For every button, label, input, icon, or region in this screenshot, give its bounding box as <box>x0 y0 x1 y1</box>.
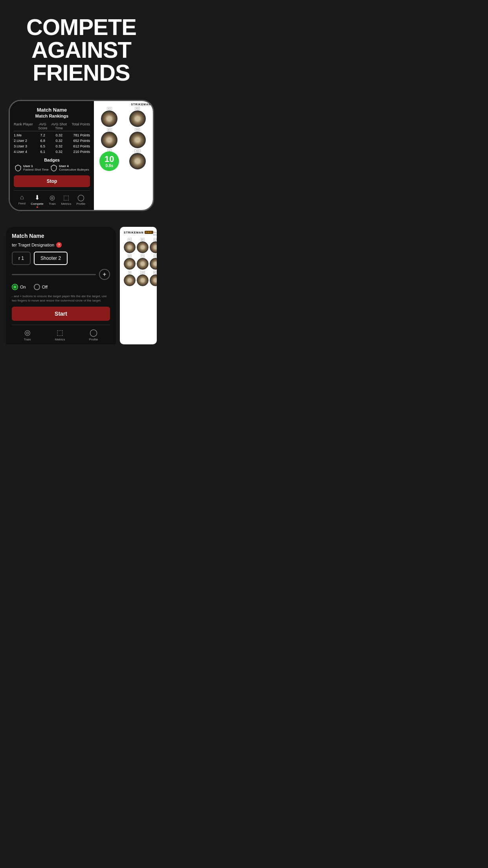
multi-target-label: Multi-target <box>153 231 157 236</box>
stop-button[interactable]: Stop <box>14 175 90 187</box>
pro-target-i9: I9 <box>124 271 136 286</box>
toggle-dot <box>13 285 17 289</box>
shot-number: 10 <box>105 155 114 164</box>
pro-circle-f6 <box>137 258 149 270</box>
pro-badge: PRO <box>145 231 153 234</box>
bottom-section: Match Name ter Traget Designation ? r 1 … <box>0 227 163 352</box>
metrics-nav-label: Metrics <box>55 338 65 341</box>
target-cell-i9: I9 10 0.8s <box>96 149 123 169</box>
start-button[interactable]: Start <box>12 307 110 321</box>
bottom-nav: ◎ Train ⬚ Metrics ◯ Profile <box>12 325 110 344</box>
section-divider <box>0 219 163 227</box>
designation-row: ter Traget Designation ? <box>12 242 110 248</box>
pro-target-e5: E5 <box>124 254 136 270</box>
shield-icon-1 <box>15 164 22 171</box>
hero-section: COMPETE AGAINST FRIENDS <box>0 0 163 96</box>
top-phone-wrapper: Match Name Match Rankings Rank Player AV… <box>0 96 163 219</box>
train-icon: ◎ <box>50 194 55 201</box>
pro-circle-e5 <box>124 258 136 270</box>
metrics-nav-icon: ⬚ <box>57 328 63 337</box>
col-shot-header: AVG Shot Time <box>50 122 68 130</box>
toggle-off-item: Off <box>34 284 48 290</box>
shot-overlay: 10 0.8s <box>99 151 119 171</box>
target-label-f6: F6 <box>135 128 140 131</box>
target-label-e5: E5 <box>107 128 112 131</box>
bottom-nav-train[interactable]: ◎ Train <box>24 328 31 341</box>
bottom-nav-metrics[interactable]: ⬚ Metrics <box>55 328 65 341</box>
shooter-2-button[interactable]: Shooter 2 <box>34 252 68 265</box>
pro-target-k11: K11 <box>150 271 157 286</box>
pro-targets-grid: A1 B2 C3 D4 E5 <box>124 238 153 286</box>
bottom-right-target: STRIKEMAN PRO Multi-target A1 B2 C3 <box>120 227 157 344</box>
target-cell-j10: J10 <box>124 149 151 169</box>
pro-target-a1: A1 <box>124 238 136 253</box>
bottom-nav-profile[interactable]: ◯ Profile <box>89 328 98 341</box>
zoom-row: + <box>12 269 110 280</box>
pro-target-g7: G7 <box>150 254 157 270</box>
target-label-j10: J10 <box>134 149 141 153</box>
badges-section: Badges User 1 Fastest Shot Time <box>14 158 90 171</box>
target-cell-b2: B2 <box>124 107 151 127</box>
nav-train[interactable]: ◎ Train <box>49 194 56 208</box>
profile-nav-label: Profile <box>89 338 98 341</box>
shooter-row: r 1 Shooter 2 <box>12 252 110 265</box>
help-icon[interactable]: ? <box>56 242 62 248</box>
shot-time: 0.8s <box>106 164 113 168</box>
pro-target-sheet: STRIKEMAN PRO Multi-target A1 B2 C3 <box>124 231 153 286</box>
pro-circle-a1 <box>124 241 136 253</box>
badges-row: User 1 Fastest Shot Time User 4 Consecut… <box>14 164 90 171</box>
toggle-off-circle[interactable] <box>34 284 40 290</box>
instruction-text: - and + buttons to ensure the target pap… <box>12 294 110 303</box>
match-subtitle: Match Rankings <box>14 114 90 118</box>
table-row: 3.User 3 6.5 0.32 612 Points <box>14 143 90 149</box>
toggle-on-circle[interactable] <box>12 284 18 290</box>
target-circle-e5 <box>101 132 117 148</box>
match-title: Match Name <box>14 107 90 113</box>
badge-item-1: User 1 Fastest Shot Time <box>15 164 48 171</box>
table-row: 4.User 4 6.1 0.32 210 Points <box>14 149 90 154</box>
targets-grid: A1 B2 E5 F6 <box>96 107 151 169</box>
table-row: 2.User 2 6.8 0.32 652 Points <box>14 138 90 143</box>
pro-target-c3: C3 <box>150 238 157 253</box>
nav-compete[interactable]: ⬇ Compete <box>31 194 43 208</box>
pro-target-b2: B2 <box>137 238 149 253</box>
phone-right-target: STRIKEMAN A1 B2 E5 F6 <box>94 101 153 210</box>
zoom-slider[interactable] <box>12 274 96 275</box>
train-nav-icon: ◎ <box>24 328 31 337</box>
target-cell-a1: A1 <box>96 107 123 127</box>
compete-icon: ⬇ <box>35 194 40 201</box>
phone-nav: ⌂ Feed ⬇ Compete ◎ Train ⬚ Metrics ◯ <box>14 190 90 210</box>
zoom-plus-button[interactable]: + <box>99 269 110 280</box>
nav-train-label: Train <box>49 202 56 206</box>
shooter-1-button[interactable]: r 1 <box>12 252 31 265</box>
nav-profile[interactable]: ◯ Profile <box>77 194 86 208</box>
target-label-b2: B2 <box>135 107 140 110</box>
col-pts-header: Total Points <box>68 122 90 130</box>
bottom-match-title: Match Name <box>12 233 110 239</box>
target-circle-b2 <box>129 110 146 127</box>
badges-title: Badges <box>14 158 90 162</box>
hero-title: COMPETE AGAINST FRIENDS <box>8 16 155 84</box>
pro-circle-i9 <box>124 274 136 286</box>
badge-item-2: User 4 Consecutive Bulleyes <box>50 164 89 171</box>
target-sheet: STRIKEMAN A1 B2 E5 F6 <box>94 101 153 210</box>
pro-circle-c3 <box>150 241 157 253</box>
profile-icon: ◯ <box>77 194 84 201</box>
target-circle-i9: 10 0.8s <box>101 153 117 169</box>
nav-feed[interactable]: ⌂ Feed <box>18 194 26 208</box>
toggle-on-item: On <box>12 284 26 290</box>
pro-target-f6: F6 <box>137 254 149 270</box>
nav-feed-label: Feed <box>18 202 26 205</box>
designation-label: ter Traget Designation <box>12 243 54 247</box>
target-label-a1: A1 <box>107 107 112 110</box>
nav-metrics[interactable]: ⬚ Metrics <box>61 194 71 208</box>
pro-target-j10: J10 <box>137 271 149 286</box>
nav-compete-label: Compete <box>31 202 43 206</box>
toggle-row: On Off <box>12 284 110 290</box>
pro-circle-b2 <box>137 241 149 253</box>
phone-left-panel: Match Name Match Rankings Rank Player AV… <box>10 101 94 210</box>
active-dot <box>37 206 38 208</box>
badge-text-2: User 4 Consecutive Bulleyes <box>59 164 89 171</box>
top-phone-mockup: Match Name Match Rankings Rank Player AV… <box>9 100 154 211</box>
profile-nav-icon: ◯ <box>90 328 97 337</box>
